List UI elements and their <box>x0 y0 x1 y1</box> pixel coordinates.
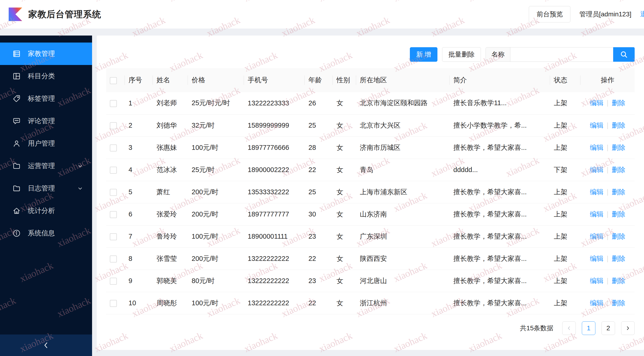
cell-status: 上架 <box>550 248 580 270</box>
edit-link[interactable]: 编辑 <box>590 144 603 151</box>
delete-link[interactable]: 删除 <box>612 299 625 307</box>
delete-link[interactable]: 删除 <box>612 166 625 174</box>
cell-index: 2 <box>125 114 153 136</box>
edit-link[interactable]: 编辑 <box>590 166 603 174</box>
pagination-page-1[interactable]: 1 <box>582 322 596 335</box>
batch-delete-button[interactable]: 批量删除 <box>442 47 481 62</box>
row-checkbox[interactable] <box>110 211 117 218</box>
edit-link[interactable]: 编辑 <box>590 99 603 106</box>
edit-link[interactable]: 编辑 <box>590 122 603 129</box>
sidebar-item-9[interactable]: 系统信息 <box>0 222 92 244</box>
user-icon <box>12 139 21 148</box>
edit-link[interactable]: 编辑 <box>590 277 603 284</box>
frontend-preview-button[interactable]: 前台预览 <box>529 6 570 22</box>
cell-name: 周晓彤 <box>153 292 188 314</box>
search-input[interactable] <box>510 48 613 62</box>
delete-link[interactable]: 删除 <box>612 99 625 106</box>
sidebar-collapse-button[interactable] <box>0 334 92 356</box>
row-select-cell <box>106 92 125 114</box>
row-select-cell <box>106 181 125 203</box>
pagination-next-button[interactable] <box>621 322 635 335</box>
cell-phone: 13533332222 <box>244 181 305 203</box>
cell-intro: 擅长教学，希望大家喜... <box>450 248 550 270</box>
cell-price: 100元/时 <box>188 225 244 248</box>
cell-gender: 女 <box>333 181 356 203</box>
edit-link[interactable]: 编辑 <box>590 210 603 218</box>
sidebar-item-8[interactable]: 统计分析 <box>0 200 92 222</box>
row-select-cell <box>106 248 125 270</box>
cell-age: 23 <box>305 270 333 292</box>
sidebar-item-label: 用户管理 <box>28 139 55 148</box>
column-header: 序号 <box>125 68 153 92</box>
cell-price: 200元/时 <box>188 248 244 270</box>
edit-link[interactable]: 编辑 <box>590 232 603 240</box>
row-checkbox[interactable] <box>110 144 117 152</box>
row-checkbox[interactable] <box>110 100 117 107</box>
cell-status: 上架 <box>550 136 580 159</box>
cell-gender: 女 <box>333 92 356 114</box>
table-row: 4范冰冰25元/时1890000222222女青岛ddddd...下架编辑|删除 <box>106 159 635 181</box>
delete-link[interactable]: 删除 <box>612 255 625 262</box>
sidebar-item-6[interactable]: 运营管理 <box>0 155 92 177</box>
row-select-cell <box>106 292 125 314</box>
delete-link[interactable]: 删除 <box>612 232 625 240</box>
table-row: 10周晓彤100元/时1322222222222女浙江杭州擅长教学，希望大家喜.… <box>106 292 635 314</box>
top-header: 家教后台管理系统 前台预览 管理员[admin123] 退出 <box>0 0 644 28</box>
cell-name: 张雪莹 <box>153 248 188 270</box>
cell-gender: 女 <box>333 248 356 270</box>
edit-link[interactable]: 编辑 <box>590 255 603 262</box>
row-checkbox[interactable] <box>110 189 117 196</box>
cell-phone: 18977776666 <box>244 136 305 159</box>
action-divider: | <box>606 299 608 307</box>
select-all-checkbox[interactable] <box>110 77 117 84</box>
delete-link[interactable]: 删除 <box>612 144 625 151</box>
sidebar-item-1[interactable]: 家教管理 <box>0 42 92 65</box>
column-header: 状态 <box>550 68 580 92</box>
delete-link[interactable]: 删除 <box>612 122 625 129</box>
chevron-down-icon <box>77 162 84 170</box>
search-icon <box>620 50 628 58</box>
sidebar-item-label: 统计分析 <box>28 206 55 216</box>
sidebar-item-4[interactable]: 评论管理 <box>0 110 92 132</box>
row-checkbox[interactable] <box>110 167 117 174</box>
cell-index: 5 <box>125 181 153 203</box>
row-checkbox[interactable] <box>110 256 117 262</box>
delete-link[interactable]: 删除 <box>612 277 625 284</box>
cell-name: 萧红 <box>153 181 188 203</box>
row-select-cell <box>106 136 125 159</box>
add-button[interactable]: 新 增 <box>410 47 438 62</box>
sidebar-item-5[interactable]: 用户管理 <box>0 132 92 155</box>
cell-name: 郭晓美 <box>153 270 188 292</box>
select-all-header <box>106 68 125 92</box>
edit-link[interactable]: 编辑 <box>590 299 603 307</box>
action-divider: | <box>606 122 608 129</box>
row-checkbox[interactable] <box>110 233 117 240</box>
cell-region: 山东济南 <box>356 203 450 225</box>
action-divider: | <box>606 188 608 196</box>
row-checkbox[interactable] <box>110 278 117 285</box>
cell-status: 上架 <box>550 203 580 225</box>
delete-link[interactable]: 删除 <box>612 210 625 218</box>
sidebar-item-3[interactable]: 标签管理 <box>0 88 92 110</box>
cell-intro: 擅长教学，希望大家喜... <box>450 270 550 292</box>
pagination-prev-button[interactable] <box>562 322 576 335</box>
column-header: 年龄 <box>305 68 333 92</box>
cell-region: 河北唐山 <box>356 270 450 292</box>
delete-link[interactable]: 删除 <box>612 188 625 196</box>
cell-phone: 18977777777 <box>244 203 305 225</box>
table-row: 6张爱玲200元/时1897777777730女山东济南擅长教学，希望大家喜..… <box>106 203 635 225</box>
logout-link[interactable]: 退出 <box>640 10 644 19</box>
sidebar-item-2[interactable]: 科目分类 <box>0 65 92 88</box>
column-header: 性别 <box>333 68 356 92</box>
action-divider: | <box>606 232 608 240</box>
edit-link[interactable]: 编辑 <box>590 188 603 196</box>
row-checkbox[interactable] <box>110 122 117 129</box>
cell-region: 北京市海淀区颐和园路 <box>356 92 450 114</box>
cell-actions: 编辑|删除 <box>580 248 635 270</box>
search-button[interactable] <box>613 47 635 62</box>
pagination-page-2[interactable]: 2 <box>602 322 615 335</box>
cell-index: 9 <box>125 270 153 292</box>
cell-intro: 擅长教学，希望大家喜... <box>450 203 550 225</box>
sidebar-item-7[interactable]: 日志管理 <box>0 177 92 200</box>
row-checkbox[interactable] <box>110 300 117 307</box>
